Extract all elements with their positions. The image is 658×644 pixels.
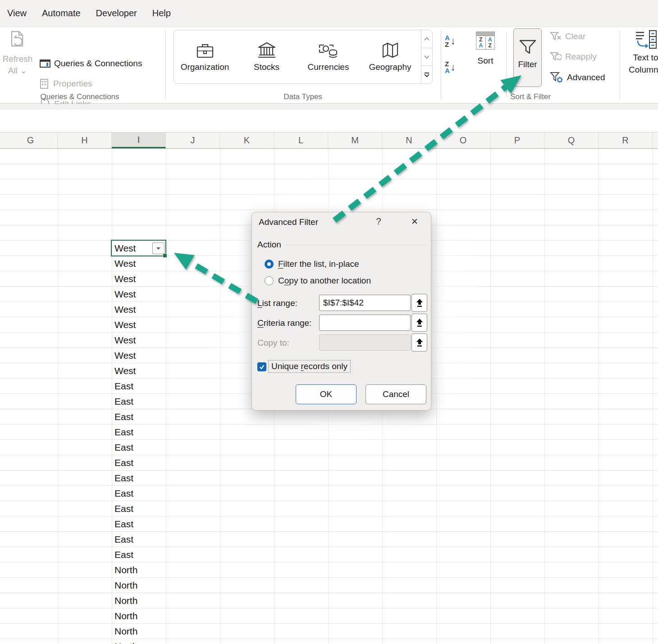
cell-i12[interactable]: West bbox=[112, 317, 165, 333]
cell-i31[interactable]: North bbox=[112, 608, 165, 624]
geography-icon bbox=[380, 41, 400, 59]
cell-i10[interactable]: West bbox=[112, 287, 165, 302]
column-header-o[interactable]: O bbox=[436, 132, 490, 148]
cell-i27[interactable]: East bbox=[112, 547, 165, 562]
cell-i11[interactable]: West bbox=[112, 302, 165, 317]
text-to-columns-button[interactable]: Text to Columns bbox=[629, 30, 658, 76]
cell-i14[interactable]: West bbox=[112, 348, 165, 363]
column-header-q[interactable]: Q bbox=[544, 132, 599, 148]
data-type-organization[interactable]: Organization bbox=[174, 30, 236, 83]
cell-i25[interactable]: East bbox=[112, 516, 165, 532]
criteria-range-input[interactable] bbox=[319, 315, 411, 331]
cell-i15[interactable]: West bbox=[112, 363, 165, 379]
ribbon: Refresh All ⌄ Queries & Connections bbox=[0, 27, 658, 104]
sort-button[interactable]: ZA AZ Sort bbox=[471, 32, 499, 67]
arrow-down-icon: ↓ bbox=[451, 35, 456, 47]
data-type-currencies[interactable]: Currencies bbox=[297, 30, 359, 83]
ribbon-bottom-strip bbox=[0, 104, 658, 110]
queries-connections-button[interactable]: Queries & Connections bbox=[40, 59, 142, 69]
geography-label: Geography bbox=[369, 62, 411, 72]
cell-i22[interactable]: East bbox=[112, 470, 165, 486]
radio-copy-to-location[interactable]: Copy to another location bbox=[265, 276, 371, 286]
clear-filter-label: Clear bbox=[565, 32, 585, 41]
fill-handle[interactable] bbox=[163, 253, 167, 258]
menu-view[interactable]: View bbox=[7, 8, 27, 18]
reapply-filter-button[interactable]: Reapply bbox=[550, 52, 597, 62]
cell-i19[interactable]: East bbox=[112, 425, 165, 440]
cell-i20[interactable]: East bbox=[112, 440, 165, 455]
chevron-down-icon bbox=[424, 55, 430, 59]
cell-i9[interactable]: West bbox=[112, 271, 165, 287]
menu-help[interactable]: Help bbox=[152, 8, 171, 18]
data-type-stocks[interactable]: Stocks bbox=[236, 30, 297, 83]
list-range-picker-button[interactable] bbox=[411, 294, 427, 312]
cell-i24[interactable]: East bbox=[112, 501, 165, 516]
column-headers: G H I J K L M N O P Q R bbox=[0, 132, 658, 149]
radio-filter-in-place[interactable]: Filter the list, in-place bbox=[265, 259, 359, 269]
cell-i16[interactable]: East bbox=[112, 379, 165, 394]
reapply-filter-icon bbox=[550, 52, 562, 62]
advanced-filter-label: Advanced bbox=[567, 73, 605, 82]
copy-to-input bbox=[319, 334, 411, 351]
queries-connections-icon bbox=[40, 59, 50, 68]
sort-za-button[interactable]: Z A ↓ bbox=[445, 60, 456, 74]
column-header-p[interactable]: P bbox=[490, 132, 544, 148]
gallery-scroll-down-button[interactable] bbox=[421, 48, 432, 66]
cell-i21[interactable]: East bbox=[112, 455, 165, 470]
ok-button[interactable]: OK bbox=[296, 384, 356, 404]
refresh-all-button[interactable]: Refresh All ⌄ bbox=[3, 30, 32, 77]
copy-to-picker-button[interactable] bbox=[411, 333, 427, 352]
cancel-button[interactable]: Cancel bbox=[366, 384, 426, 404]
column-header-r[interactable]: R bbox=[599, 132, 653, 148]
sort-az-icon: A Z bbox=[445, 34, 450, 48]
clear-filter-button[interactable]: Clear bbox=[550, 32, 585, 41]
chevron-up-icon bbox=[424, 37, 430, 41]
formula-bar-area[interactable] bbox=[0, 110, 658, 132]
radio-selected-icon bbox=[265, 260, 274, 269]
column-header-h[interactable]: H bbox=[58, 132, 112, 148]
close-icon[interactable]: ✕ bbox=[409, 216, 420, 228]
refresh-all-icon bbox=[8, 30, 27, 53]
column-header-j[interactable]: J bbox=[166, 132, 220, 148]
properties-button[interactable]: Properties bbox=[40, 79, 92, 89]
cell-i8[interactable]: West bbox=[112, 256, 165, 271]
cell-filter-dropdown-button[interactable] bbox=[152, 242, 164, 254]
radio-copy-to-location-label: Copy to another location bbox=[278, 276, 371, 286]
menu-automate[interactable]: Automate bbox=[42, 8, 81, 18]
list-range-input[interactable]: $I$7:$I$42 bbox=[319, 295, 411, 311]
column-header-g[interactable]: G bbox=[4, 132, 58, 148]
cell-i33[interactable]: North bbox=[112, 639, 165, 644]
column-header-k[interactable]: K bbox=[220, 132, 274, 148]
cell-i23[interactable]: East bbox=[112, 486, 165, 501]
column-header-i[interactable]: I bbox=[112, 132, 166, 148]
cell-i30[interactable]: North bbox=[112, 593, 165, 608]
gallery-scroll-up-button[interactable] bbox=[421, 30, 432, 48]
cell-i29[interactable]: North bbox=[112, 578, 165, 593]
gallery-scroll bbox=[421, 30, 432, 83]
unique-records-label[interactable]: Unique records only bbox=[268, 360, 351, 373]
sort-az-button[interactable]: A Z ↓ bbox=[445, 34, 456, 48]
chevron-down-icon bbox=[156, 247, 161, 250]
cell-i32[interactable]: North bbox=[112, 624, 165, 639]
cell-i18[interactable]: East bbox=[112, 409, 165, 425]
cell-i28[interactable]: North bbox=[112, 562, 165, 578]
unique-records-checkbox[interactable] bbox=[257, 362, 266, 371]
radio-unselected-icon bbox=[265, 276, 274, 285]
cell-i13[interactable]: West bbox=[112, 333, 165, 348]
filter-button[interactable]: Filter bbox=[513, 28, 542, 87]
column-header-m[interactable]: M bbox=[328, 132, 382, 148]
list-range-label: List range: bbox=[257, 298, 297, 308]
column-header-l[interactable]: L bbox=[274, 132, 328, 148]
help-icon[interactable]: ? bbox=[374, 216, 384, 228]
cell-i17[interactable]: East bbox=[112, 394, 165, 409]
column-header-n[interactable]: N bbox=[382, 132, 436, 148]
text-to-columns-label-line1: Text to bbox=[633, 51, 658, 64]
collapse-dialog-icon bbox=[416, 338, 423, 347]
cell-i26[interactable]: East bbox=[112, 532, 165, 547]
gallery-expand-button[interactable] bbox=[421, 66, 432, 83]
criteria-range-picker-button[interactable] bbox=[411, 314, 427, 332]
data-type-geography[interactable]: Geography bbox=[359, 30, 421, 83]
advanced-filter-dialog: Advanced Filter ? ✕ Action Filter the li… bbox=[251, 212, 431, 411]
advanced-filter-button[interactable]: Advanced bbox=[550, 72, 605, 83]
menu-developer[interactable]: Developer bbox=[96, 8, 137, 18]
